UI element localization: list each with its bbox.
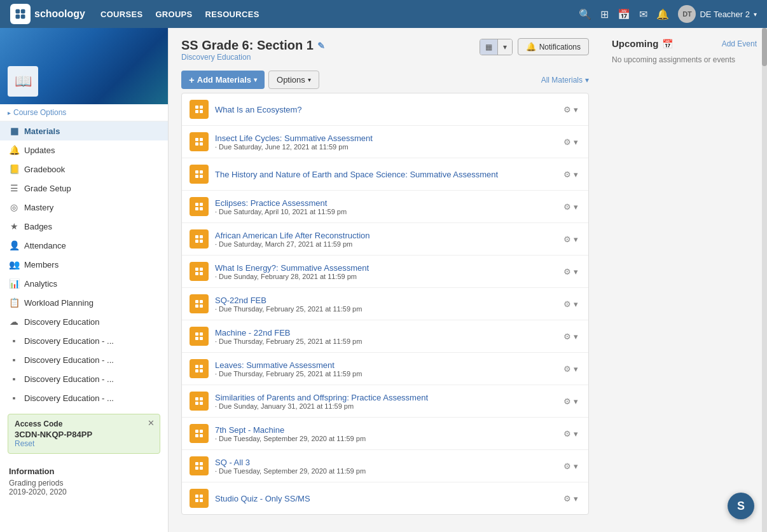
chevron-down-icon: ▾ bbox=[754, 11, 757, 18]
sidebar-item-mastery[interactable]: ◎ Mastery bbox=[0, 198, 168, 217]
material-gear-button[interactable]: ⚙ ▾ bbox=[561, 428, 581, 440]
material-info: Insect Life Cycles: Summative Assessment… bbox=[215, 133, 555, 151]
material-icon bbox=[190, 489, 209, 508]
notifications-button[interactable]: 🔔 Notifications bbox=[518, 38, 589, 55]
notification-bell-icon[interactable]: 🔔 bbox=[656, 8, 669, 20]
grid-view-button[interactable]: ▦ bbox=[480, 39, 498, 55]
edit-title-icon[interactable]: ✎ bbox=[317, 41, 325, 51]
add-materials-button[interactable]: + Add Materials ▾ bbox=[181, 71, 265, 89]
user-menu-button[interactable]: DT DE Teacher 2 ▾ bbox=[678, 5, 757, 23]
svg-rect-0 bbox=[16, 10, 20, 14]
svg-rect-6 bbox=[195, 110, 198, 113]
material-title[interactable]: Eclipses: Practice Assessment bbox=[215, 198, 555, 208]
sidebar-item-badges[interactable]: ★ Badges bbox=[0, 217, 168, 236]
svg-rect-55 bbox=[200, 499, 203, 502]
material-title[interactable]: African American Life After Reconstructi… bbox=[215, 231, 555, 240]
material-title[interactable]: Studio Quiz - Only SS/MS bbox=[215, 494, 555, 503]
sidebar-item-attendance[interactable]: 👤 Attendance bbox=[0, 236, 168, 255]
calendar-icon[interactable]: 📅 bbox=[618, 8, 630, 20]
nav-resources[interactable]: RESOURCES bbox=[205, 10, 259, 19]
sidebar-item-analytics[interactable]: 📊 Analytics bbox=[0, 274, 168, 293]
svg-rect-52 bbox=[195, 494, 198, 498]
material-icon bbox=[190, 294, 209, 313]
material-gear-button[interactable]: ⚙ ▾ bbox=[561, 266, 581, 278]
material-title[interactable]: What Is an Ecosystem? bbox=[215, 105, 555, 114]
material-info: Studio Quiz - Only SS/MS bbox=[215, 494, 555, 503]
material-gear-button[interactable]: ⚙ ▾ bbox=[561, 493, 581, 505]
material-title[interactable]: 7th Sept - Machine bbox=[215, 425, 555, 435]
material-gear-button[interactable]: ⚙ ▾ bbox=[561, 201, 581, 213]
s-circle-button[interactable]: S bbox=[728, 493, 754, 519]
sidebar-item-workload[interactable]: 📋 Workload Planning bbox=[0, 293, 168, 312]
upcoming-calendar-icon[interactable]: 📅 bbox=[662, 39, 673, 49]
sidebar-item-disc-ed4[interactable]: ▪ Discovery Education - ... bbox=[0, 369, 168, 388]
material-title[interactable]: SQ-22nd FEB bbox=[215, 296, 555, 305]
avatar: DT bbox=[678, 5, 696, 23]
list-view-button[interactable]: ▾ bbox=[498, 39, 512, 55]
material-title[interactable]: Similarities of Parents and Offspring: P… bbox=[215, 393, 555, 402]
material-gear-button[interactable]: ⚙ ▾ bbox=[561, 136, 581, 148]
sidebar-item-label: Mastery bbox=[24, 203, 53, 212]
svg-rect-32 bbox=[195, 332, 198, 336]
material-gear-button[interactable]: ⚙ ▾ bbox=[561, 460, 581, 472]
main-layout: 📖 ▸ Course Options ▦ Materials 🔔 Updates… bbox=[0, 28, 767, 532]
filter-label: All Materials bbox=[541, 76, 583, 85]
upcoming-title-text: Upcoming bbox=[612, 38, 658, 49]
logo[interactable]: schoology bbox=[10, 4, 85, 24]
sidebar-item-disc-ed[interactable]: ☁ Discovery Education bbox=[0, 312, 168, 331]
material-title[interactable]: Leaves: Summative Assessment bbox=[215, 360, 555, 370]
material-title[interactable]: Insect Life Cycles: Summative Assessment bbox=[215, 133, 555, 143]
svg-rect-49 bbox=[200, 462, 203, 465]
material-title[interactable]: SQ - All 3 bbox=[215, 458, 555, 467]
material-title[interactable]: What Is Energy?: Summative Assessment bbox=[215, 263, 555, 273]
sidebar-item-grade-setup[interactable]: ☰ Grade Setup bbox=[0, 179, 168, 198]
material-gear-button[interactable]: ⚙ ▾ bbox=[561, 363, 581, 375]
svg-rect-14 bbox=[195, 175, 198, 178]
access-code-title: Access Code bbox=[15, 419, 153, 428]
material-actions: ⚙ ▾ bbox=[561, 104, 581, 116]
material-due: · Due Thursday, February 25, 2021 at 11:… bbox=[215, 305, 555, 313]
sidebar-item-members[interactable]: 👥 Members bbox=[0, 255, 168, 274]
svg-rect-12 bbox=[195, 170, 198, 174]
nav-groups[interactable]: GROUPS bbox=[155, 10, 192, 19]
close-access-code-button[interactable]: ✕ bbox=[148, 418, 155, 428]
scrollbar[interactable] bbox=[762, 28, 767, 532]
add-event-button[interactable]: Add Event bbox=[722, 39, 757, 48]
main-content: SS Grade 6: Section 1 ✎ Discovery Educat… bbox=[169, 28, 602, 532]
sidebar-item-disc-ed5[interactable]: ▪ Discovery Education - ... bbox=[0, 388, 168, 407]
material-info: The History and Nature of Earth and Spac… bbox=[215, 170, 555, 179]
material-due: · Due Thursday, February 25, 2021 at 11:… bbox=[215, 338, 555, 345]
material-gear-button[interactable]: ⚙ ▾ bbox=[561, 233, 581, 245]
course-options-toggle[interactable]: ▸ Course Options bbox=[0, 104, 168, 121]
search-icon[interactable]: 🔍 bbox=[579, 8, 591, 20]
scrollbar-thumb[interactable] bbox=[762, 28, 767, 66]
material-gear-button[interactable]: ⚙ ▾ bbox=[561, 395, 581, 407]
sidebar-item-gradebook[interactable]: 📒 Gradebook bbox=[0, 160, 168, 179]
material-gear-button[interactable]: ⚙ ▾ bbox=[561, 168, 581, 181]
svg-rect-2 bbox=[16, 15, 20, 19]
course-options-label: Course Options bbox=[13, 108, 66, 117]
material-gear-button[interactable]: ⚙ ▾ bbox=[561, 104, 581, 116]
nav-courses[interactable]: COURSES bbox=[100, 10, 142, 19]
svg-rect-1 bbox=[21, 10, 25, 14]
arrow-icon: ▸ bbox=[8, 109, 11, 116]
material-title[interactable]: Machine - 22nd FEB bbox=[215, 328, 555, 338]
sidebar-item-materials[interactable]: ▦ Materials bbox=[0, 121, 168, 140]
sidebar-item-disc-ed2[interactable]: ▪ Discovery Education - ... bbox=[0, 331, 168, 350]
options-button[interactable]: Options ▾ bbox=[268, 71, 319, 89]
material-actions: ⚙ ▾ bbox=[561, 266, 581, 278]
sidebar-item-disc-ed3[interactable]: ▪ Discovery Education - ... bbox=[0, 350, 168, 369]
filter-area[interactable]: All Materials ▾ bbox=[541, 76, 589, 85]
mail-icon[interactable]: ✉ bbox=[639, 8, 647, 20]
reset-access-code-button[interactable]: Reset bbox=[15, 439, 153, 448]
svg-rect-8 bbox=[195, 138, 198, 141]
logo-icon bbox=[10, 4, 31, 24]
material-title[interactable]: The History and Nature of Earth and Spac… bbox=[215, 170, 555, 179]
material-gear-button[interactable]: ⚙ ▾ bbox=[561, 331, 581, 343]
page-subtitle[interactable]: Discovery Education bbox=[181, 53, 325, 62]
sidebar-navigation: ▦ Materials 🔔 Updates 📒 Gradebook ☰ Grad… bbox=[0, 121, 168, 407]
material-gear-button[interactable]: ⚙ ▾ bbox=[561, 298, 581, 310]
grid-icon[interactable]: ⊞ bbox=[600, 8, 609, 20]
toolbar-left: + Add Materials ▾ Options ▾ bbox=[181, 71, 319, 89]
sidebar-item-updates[interactable]: 🔔 Updates bbox=[0, 140, 168, 160]
